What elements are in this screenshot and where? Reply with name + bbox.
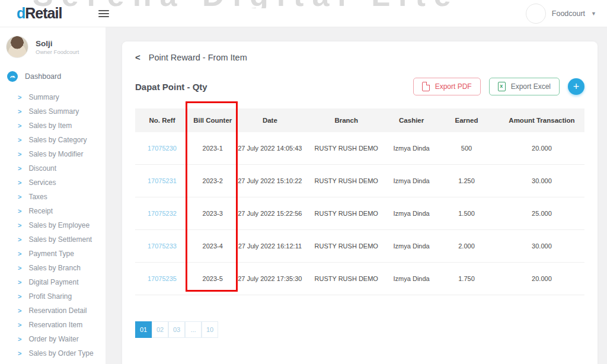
chevron-right-icon: >	[18, 207, 21, 215]
sidebar-item-sales-by-order-type[interactable]: >Sales by Order Type	[0, 346, 106, 360]
sidebar-item-reservation-item[interactable]: >Reservation Item	[0, 318, 106, 332]
sidebar-item-label: Sales by Settlement	[28, 235, 92, 244]
no-reff-link[interactable]: 17075232	[135, 210, 189, 217]
column-header: Branch	[304, 117, 389, 124]
top-bar: dRetail Foodcourt ▼	[0, 0, 607, 27]
table-cell: 1.250	[434, 177, 499, 184]
chevron-right-icon: >	[18, 122, 21, 129]
table-cell: 30.000	[499, 177, 584, 184]
app-logo: dRetail	[17, 5, 62, 22]
table-cell: RUSTY RUSH DEMO	[304, 210, 389, 217]
page-button-ellipsis[interactable]: ...	[185, 321, 202, 338]
header-actions: Export PDF Export Excel +	[413, 78, 584, 95]
export-pdf-button[interactable]: Export PDF	[413, 78, 481, 95]
add-button[interactable]: +	[568, 78, 584, 95]
table-body: 170752302023-127 July 2022 14:05:43RUSTY…	[135, 132, 584, 295]
section-title: Dapat Point - Qty	[135, 82, 207, 92]
table-cell: 500	[434, 145, 499, 152]
sidebar-item-label: Sales by Item	[28, 122, 72, 130]
column-header: Earned	[434, 117, 499, 124]
sidebar-item-label: Sales by Modifier	[28, 150, 83, 158]
chevron-right-icon: >	[18, 222, 21, 229]
page-button-02[interactable]: 02	[152, 321, 168, 338]
account-name: Foodcourt	[552, 9, 585, 18]
dashboard-label: Dashboard	[25, 72, 61, 81]
table-cell: 20.000	[499, 275, 584, 282]
sidebar-item-label: Discount	[28, 164, 56, 173]
sidebar-item-sales-by-branch[interactable]: >Sales by Branch	[0, 261, 106, 275]
sidebar: Solji Owner Foodcourt Dashboard >Summary…	[0, 27, 106, 364]
table-cell: 25.000	[499, 210, 584, 217]
table-cell: 1.750	[434, 275, 499, 282]
sidebar-item-payment-type[interactable]: >Payment Type	[0, 247, 106, 261]
sidebar-item-label: Profit Sharing	[28, 292, 72, 301]
sidebar-item-profit-sharing[interactable]: >Profit Sharing	[0, 289, 106, 304]
dashboard-gauge-icon	[7, 71, 18, 82]
no-reff-link[interactable]: 17075231	[135, 177, 189, 184]
sidebar-item-label: Payment Type	[28, 250, 74, 258]
page-button-03[interactable]: 03	[168, 321, 185, 338]
page-button-10[interactable]: 10	[202, 321, 218, 338]
sidebar-item-label: Sales by Branch	[28, 264, 80, 272]
sidebar-item-dashboard[interactable]: Dashboard	[0, 63, 106, 85]
back-chevron-icon[interactable]: <	[135, 52, 140, 62]
table-cell: Izmya Dinda	[389, 145, 434, 152]
no-reff-link[interactable]: 17075235	[135, 275, 189, 282]
hamburger-menu-icon[interactable]	[98, 8, 109, 19]
sidebar-item-label: Order by Waiter	[28, 335, 78, 343]
no-reff-link[interactable]: 17075233	[135, 242, 189, 250]
sidebar-item-sales-by-category[interactable]: >Sales by Category	[0, 133, 106, 147]
sidebar-item-point-reward[interactable]: >Point Reward	[0, 360, 106, 364]
logo-retail: Retail	[25, 5, 62, 22]
column-header: Bill Counter	[189, 117, 237, 124]
page-button-01[interactable]: 01	[135, 321, 152, 338]
sidebar-item-digital-payment[interactable]: >Digital Payment	[0, 275, 106, 289]
sidebar-item-sales-summary[interactable]: >Sales Summary	[0, 104, 106, 119]
sidebar-item-label: Taxes	[28, 193, 47, 201]
user-name: Solji	[36, 39, 79, 48]
sidebar-item-label: Reservation Item	[28, 321, 82, 329]
card-header: Dapat Point - Qty Export PDF Export Exce…	[135, 78, 584, 95]
breadcrumb[interactable]: < Point Reward - From Item	[135, 52, 584, 62]
account-menu[interactable]: Foodcourt ▼	[526, 4, 596, 24]
sidebar-item-taxes[interactable]: >Taxes	[0, 190, 106, 204]
sidebar-item-sales-by-employee[interactable]: >Sales by Employee	[0, 218, 106, 232]
table-cell: 2023-1	[189, 145, 237, 152]
table-row: 170752352023-527 July 2022 17:35:30RUSTY…	[135, 263, 584, 295]
data-table: No. ReffBill CounterDateBranchCashierEar…	[135, 108, 584, 295]
page-title: Point Reward - From Item	[149, 53, 247, 62]
sidebar-item-label: Receipt	[28, 207, 53, 215]
sidebar-item-summary[interactable]: >Summary	[0, 90, 106, 104]
table-row: 170752312023-227 July 2022 15:10:22RUSTY…	[135, 165, 584, 197]
table-cell: 30.000	[499, 242, 584, 250]
sidebar-item-label: Reservation Detail	[28, 306, 87, 315]
sidebar-item-label: Services	[28, 178, 56, 187]
pagination: 010203...10	[135, 321, 584, 338]
sidebar-item-label: Sales Summary	[28, 107, 79, 116]
table-cell: 27 July 2022 16:12:11	[237, 242, 304, 250]
table-cell: RUSTY RUSH DEMO	[304, 145, 389, 152]
no-reff-link[interactable]: 17075230	[135, 145, 189, 152]
table-cell: 2023-3	[189, 210, 237, 217]
sidebar-item-sales-by-modifier[interactable]: >Sales by Modifier	[0, 147, 106, 161]
sidebar-item-discount[interactable]: >Discount	[0, 161, 106, 175]
sidebar-item-label: Sales by Employee	[28, 221, 90, 229]
chevron-right-icon: >	[18, 136, 21, 143]
table-cell: Izmya Dinda	[389, 177, 434, 184]
sidebar-item-sales-by-settlement[interactable]: >Sales by Settlement	[0, 232, 106, 247]
column-header: Cashier	[389, 117, 434, 124]
sidebar-item-sales-by-item[interactable]: >Sales by Item	[0, 119, 106, 133]
account-avatar	[526, 4, 546, 24]
chevron-right-icon: >	[18, 321, 21, 328]
sidebar-nav: >Summary>Sales Summary>Sales by Item>Sal…	[0, 90, 106, 364]
export-excel-label: Export Excel	[511, 82, 551, 91]
sidebar-item-receipt[interactable]: >Receipt	[0, 204, 106, 218]
sidebar-item-services[interactable]: >Services	[0, 175, 106, 190]
table-row: 170752302023-127 July 2022 14:05:43RUSTY…	[135, 132, 584, 165]
sidebar-item-reservation-detail[interactable]: >Reservation Detail	[0, 304, 106, 318]
table-cell: Izmya Dinda	[389, 210, 434, 217]
export-excel-button[interactable]: Export Excel	[489, 78, 560, 95]
chevron-right-icon: >	[18, 307, 21, 314]
chevron-right-icon: >	[18, 279, 21, 286]
sidebar-item-order-by-waiter[interactable]: >Order by Waiter	[0, 332, 106, 346]
